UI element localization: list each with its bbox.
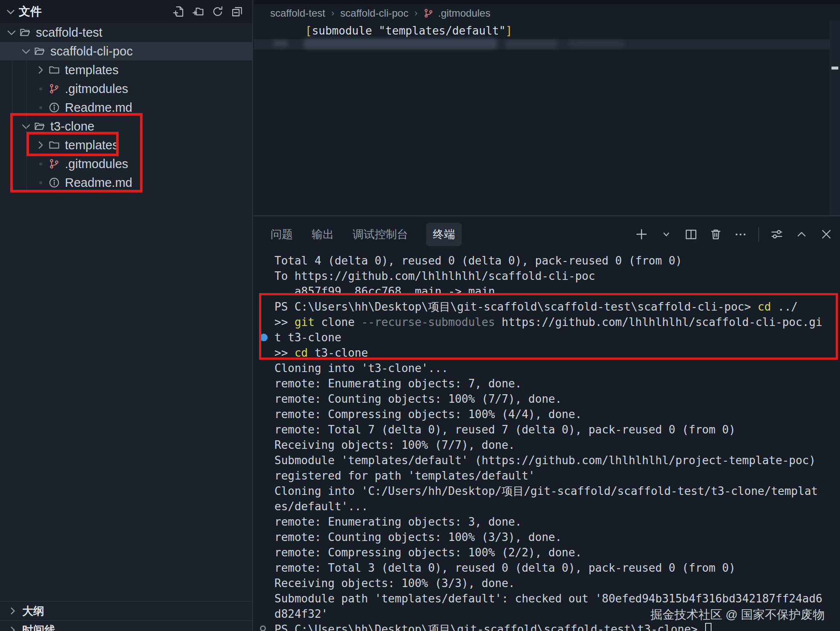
tree-item--gitmodules[interactable]: .gitmodules (0, 154, 252, 173)
terminal-line: t t3-clone (274, 330, 840, 345)
chevron-right-icon (34, 139, 47, 151)
plus-button[interactable] (635, 227, 648, 241)
new-file-icon (172, 6, 184, 17)
terminal-text: t t3-clone (274, 331, 341, 344)
trash-icon (709, 228, 722, 241)
tree-item-scaffold-test[interactable]: scaffold-test (0, 23, 252, 42)
refresh-button[interactable] (210, 4, 225, 19)
code-bracket-close: ] (506, 24, 513, 37)
tree-item-readme-md[interactable]: Readme.md (0, 173, 252, 192)
breadcrumb: scaffold-test›scaffold-cli-poc›.gitmodul… (254, 4, 840, 22)
info-icon (48, 176, 61, 189)
minimap-scrollbar[interactable] (830, 20, 840, 215)
tune-icon (770, 228, 783, 241)
terminal-text: d824f32' (274, 608, 328, 620)
file-tree: scaffold-testscaffold-cli-poctemplates.g… (0, 23, 252, 192)
command-status-circle (260, 625, 268, 631)
close-button[interactable] (820, 227, 833, 241)
terminal-text: git (295, 316, 315, 329)
folder-open-icon (19, 26, 32, 39)
folder-open-icon (33, 45, 46, 58)
tree-item-label: Readme.md (65, 101, 132, 115)
plus-icon (635, 228, 648, 241)
folder-icon (48, 64, 61, 76)
explorer-header: 文件 (0, 0, 252, 23)
ellipsis-button[interactable] (734, 227, 747, 241)
collapse-all-button[interactable] (230, 4, 245, 19)
terminal-cursor (705, 623, 712, 631)
breadcrumb-item[interactable]: scaffold-cli-poc (340, 7, 408, 19)
terminal-text: remote: Compressing objects: 100% (4/4),… (274, 408, 582, 421)
tree-item-label: .gitmodules (65, 82, 128, 96)
terminal-line: Total 4 (delta 0), reused 0 (delta 0), p… (274, 253, 840, 268)
terminal-text: >> (274, 316, 295, 329)
modified-dot (34, 163, 47, 166)
censored-content (569, 41, 624, 47)
indent-guide (26, 61, 27, 192)
terminal-line: Cloning into 'C:/Users/hh/Desktop/项目/git… (274, 483, 840, 499)
terminal-text: remote: Counting objects: 100% (3/3), do… (274, 531, 562, 544)
git-branch-icon (423, 8, 434, 18)
tune-button[interactable] (770, 227, 784, 241)
terminal-line: Receiving objects: 100% (3/3), done. (274, 576, 840, 591)
terminal-line: >> cd t3-clone (274, 345, 840, 361)
explorer-sidebar: 文件 scaffold-testscaffold-cli-poctemplate… (0, 0, 253, 631)
tree-item--gitmodules[interactable]: .gitmodules (0, 79, 252, 98)
terminal-line: remote: Total 3 (delta 0), reused 0 (del… (274, 560, 840, 576)
watermark: 掘金技术社区 @ 国家不保护废物 (650, 607, 825, 623)
panel-tab-问题[interactable]: 问题 (270, 223, 294, 246)
indent-guide (12, 42, 12, 192)
new-folder-icon (192, 6, 204, 17)
chevron-down-icon[interactable] (5, 6, 16, 17)
terminal-text: Submodule 'templates/default' (https://g… (274, 454, 816, 467)
terminal-text: --recurse-submodules (362, 316, 495, 329)
terminal-text: registered for path 'templates/default' (274, 469, 535, 482)
tree-item-label: templates (65, 138, 119, 152)
split-button[interactable] (684, 227, 698, 241)
terminal-text: To https://github.com/lhlhlhlhl/scaffold… (274, 270, 595, 282)
ellipsis-icon (734, 228, 747, 241)
sidebar-section-outline[interactable]: 大纲 (0, 601, 252, 620)
chevron-up-button[interactable] (795, 227, 808, 241)
tree-item-templates[interactable]: templates (0, 136, 252, 154)
terminal-line: remote: Total 7 (delta 0), reused 7 (del… (274, 422, 840, 437)
panel-tab-输出[interactable]: 输出 (311, 223, 335, 246)
terminal-line: remote: Enumerating objects: 3, done. (274, 514, 840, 529)
new-folder-button[interactable] (191, 4, 205, 19)
sidebar-section-timeline[interactable]: 时间线 (0, 620, 252, 631)
new-file-button[interactable] (171, 4, 186, 19)
terminal-line: Cloning into 't3-clone'... (274, 361, 840, 376)
tree-item-label: t3-clone (50, 119, 94, 134)
terminal-line: Submodule path 'templates/default': chec… (274, 591, 840, 606)
tree-item-scaffold-cli-poc[interactable]: scaffold-cli-poc (0, 42, 252, 61)
censored-content (304, 38, 497, 49)
tree-item-readme-md[interactable]: Readme.md (0, 98, 252, 117)
panel-tab-终端[interactable]: 终端 (426, 223, 462, 246)
tree-item-t3-clone[interactable]: t3-clone (0, 117, 252, 136)
terminal-text: Total 4 (delta 0), reused 0 (delta 0), p… (274, 254, 682, 267)
breadcrumb-item[interactable]: .gitmodules (438, 7, 490, 19)
censored-content (506, 40, 557, 48)
terminal-text: remote: Enumerating objects: 7, done. (274, 377, 522, 390)
trash-button[interactable] (709, 227, 723, 241)
tree-item-label: scaffold-cli-poc (50, 44, 133, 58)
bottom-panel: 问题输出调试控制台终端 Total 4 (delta 0), reused 0 … (254, 215, 840, 631)
terminal[interactable]: Total 4 (delta 0), reused 0 (delta 0), p… (254, 252, 840, 631)
terminal-text: PS C:\Users\hh\Desktop\项目\git-scaffold\s… (274, 623, 704, 631)
terminal-text: ../ (771, 300, 798, 313)
panel-tab-调试控制台[interactable]: 调试控制台 (352, 223, 409, 246)
tree-item-templates[interactable]: templates (0, 61, 252, 79)
tree-item-label: .gitmodules (65, 157, 128, 171)
tree-item-label: scaffold-test (36, 26, 102, 40)
chevron-right-icon (7, 605, 18, 616)
chevron-down-small-button[interactable] (659, 227, 673, 241)
terminal-line: >> git clone --recurse-submodules https:… (274, 314, 840, 330)
terminal-line: To https://github.com/lhlhlhlhl/scaffold… (274, 268, 840, 284)
terminal-text: PS C:\Users\hh\Desktop\项目\git-scaffold\s… (274, 300, 758, 313)
explorer-actions (171, 4, 245, 19)
breadcrumb-item[interactable]: scaffold-test (270, 7, 325, 19)
editor-pane[interactable]: scaffold-test›scaffold-cli-poc›.gitmodul… (254, 0, 840, 215)
terminal-text: https://github.com/lhlhlhlhl/scaffold-cl… (495, 316, 822, 329)
minimap-slider[interactable] (831, 67, 838, 70)
divider (758, 227, 759, 241)
